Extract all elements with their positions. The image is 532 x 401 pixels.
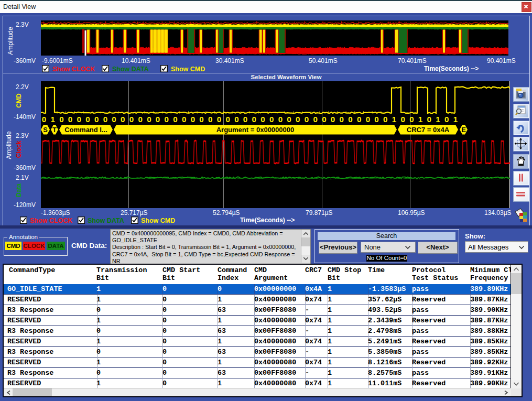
svg-text:0: 0 — [94, 115, 99, 124]
svg-text:0: 0 — [173, 115, 177, 124]
svg-text:1: 1 — [453, 115, 458, 124]
svg-text:Argument = 0x00000000: Argument = 0x00000000 — [216, 126, 295, 134]
svg-text:1: 1 — [50, 115, 55, 124]
svg-text:0: 0 — [287, 115, 291, 124]
svg-text:0: 0 — [374, 115, 378, 124]
svg-text:T: T — [52, 126, 57, 134]
svg-text:S: S — [43, 126, 48, 134]
svg-text:0: 0 — [68, 115, 72, 124]
svg-text:0: 0 — [305, 115, 309, 124]
svg-text:0: 0 — [234, 115, 238, 124]
svg-text:1: 1 — [392, 115, 397, 124]
svg-text:0: 0 — [409, 115, 414, 124]
svg-text:0: 0 — [199, 115, 203, 124]
svg-text:0: 0 — [269, 115, 274, 124]
svg-text:0: 0 — [340, 115, 344, 124]
svg-text:0: 0 — [59, 115, 63, 124]
svg-text:0: 0 — [165, 115, 169, 124]
svg-text:0: 0 — [129, 115, 134, 124]
svg-text:0: 0 — [427, 115, 431, 124]
svg-text:0: 0 — [85, 115, 90, 124]
svg-text:0: 0 — [331, 115, 335, 124]
svg-text:0: 0 — [313, 115, 317, 124]
svg-text:0: 0 — [156, 115, 160, 124]
svg-text:0: 0 — [147, 115, 151, 124]
svg-text:0: 0 — [103, 115, 107, 124]
svg-text:CRC7 = 0x4A: CRC7 = 0x4A — [407, 126, 450, 134]
svg-text:0: 0 — [260, 115, 265, 124]
svg-text:0: 0 — [42, 115, 46, 124]
svg-text:0: 0 — [400, 115, 405, 124]
svg-text:0: 0 — [252, 115, 256, 124]
svg-text:0: 0 — [208, 115, 212, 124]
svg-text:E: E — [461, 126, 466, 134]
svg-text:0: 0 — [77, 115, 81, 124]
svg-text:0: 0 — [383, 115, 387, 124]
svg-text:Command I...: Command I... — [64, 126, 107, 134]
svg-text:0: 0 — [217, 115, 221, 124]
svg-text:1: 1 — [436, 115, 440, 124]
svg-text:0: 0 — [322, 115, 326, 124]
svg-text:1: 1 — [418, 115, 423, 124]
svg-text:0: 0 — [225, 115, 230, 124]
svg-text:0: 0 — [121, 115, 125, 124]
svg-text:0: 0 — [348, 115, 352, 124]
svg-text:0: 0 — [182, 115, 186, 124]
svg-text:0: 0 — [138, 115, 142, 124]
svg-text:0: 0 — [112, 115, 116, 124]
svg-text:0: 0 — [243, 115, 247, 124]
svg-text:0: 0 — [278, 115, 283, 124]
svg-text:0: 0 — [296, 115, 300, 124]
svg-text:0: 0 — [366, 115, 370, 124]
svg-text:0: 0 — [357, 115, 361, 124]
svg-text:0: 0 — [191, 115, 195, 124]
svg-text:0: 0 — [444, 115, 449, 124]
